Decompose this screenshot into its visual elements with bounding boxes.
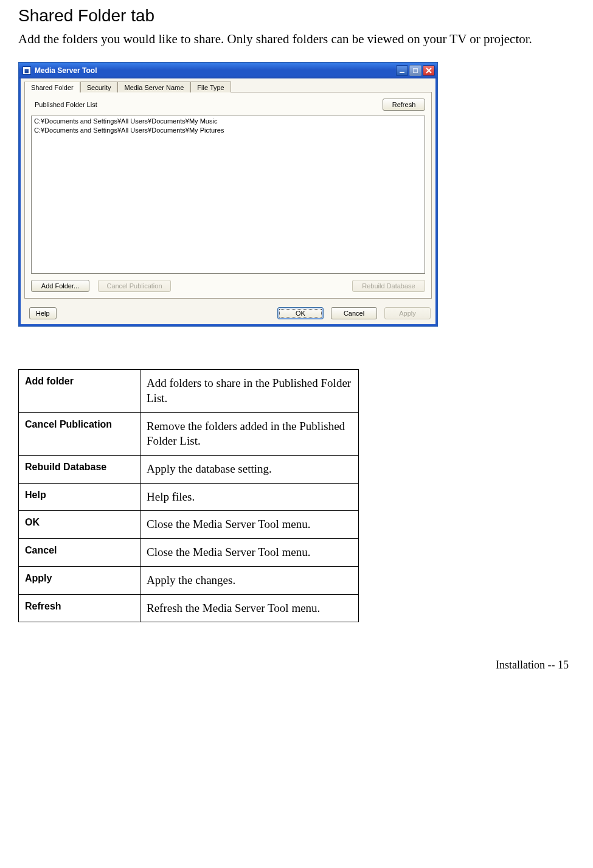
close-button[interactable] xyxy=(423,65,435,76)
app-icon: ▦ xyxy=(23,66,31,75)
table-row: Help Help files. xyxy=(19,483,359,511)
term-cell: Add folder xyxy=(19,370,140,412)
table-row: Rebuild Database Apply the database sett… xyxy=(19,456,359,484)
table-row: Cancel Publication Remove the folders ad… xyxy=(19,412,359,455)
term-cell: Apply xyxy=(19,566,140,594)
section-intro: Add the folders you would like to share.… xyxy=(18,30,575,47)
titlebar[interactable]: ▦ Media Server Tool xyxy=(19,63,437,78)
add-folder-button[interactable]: Add Folder... xyxy=(31,280,89,292)
desc-cell: Remove the folders added in the Publishe… xyxy=(140,412,359,455)
list-item[interactable]: C:¥Documents and Settings¥All Users¥Docu… xyxy=(34,126,422,134)
tab-security[interactable]: Security xyxy=(80,82,118,92)
refresh-button[interactable]: Refresh xyxy=(383,99,425,111)
desc-cell: Close the Media Server Tool menu. xyxy=(140,511,359,539)
table-row: OK Close the Media Server Tool menu. xyxy=(19,511,359,539)
cancel-publication-button: Cancel Publication xyxy=(98,280,171,292)
table-row: Cancel Close the Media Server Tool menu. xyxy=(19,539,359,567)
term-cell: Cancel xyxy=(19,539,140,567)
term-cell: Help xyxy=(19,483,140,511)
list-item[interactable]: C:¥Documents and Settings¥All Users¥Docu… xyxy=(34,117,422,125)
page-footer: Installation -- 15 xyxy=(18,659,575,684)
term-cell: Rebuild Database xyxy=(19,456,140,484)
tab-panel-shared-folder: Published Folder List Refresh C:¥Documen… xyxy=(24,92,432,299)
table-row: Apply Apply the changes. xyxy=(19,566,359,594)
tab-shared-folder[interactable]: Shared Folder xyxy=(24,82,80,92)
term-cell: Refresh xyxy=(19,594,140,622)
table-row: Add folder Add folders to share in the P… xyxy=(19,370,359,412)
table-row: Refresh Refresh the Media Server Tool me… xyxy=(19,594,359,622)
app-window: ▦ Media Server Tool Shared Folder Securi… xyxy=(18,62,438,327)
minimize-button[interactable] xyxy=(396,65,408,76)
cancel-button[interactable]: Cancel xyxy=(331,307,377,319)
published-folder-listbox[interactable]: C:¥Documents and Settings¥All Users¥Docu… xyxy=(31,116,425,274)
desc-cell: Close the Media Server Tool menu. xyxy=(140,539,359,567)
tab-strip: Shared Folder Security Media Server Name… xyxy=(24,81,432,92)
section-heading: Shared Folder tab xyxy=(18,6,575,26)
desc-cell: Help files. xyxy=(140,483,359,511)
ok-button[interactable]: OK xyxy=(277,307,324,319)
help-button[interactable]: Help xyxy=(29,307,57,319)
rebuild-database-button: Rebuild Database xyxy=(352,280,425,292)
desc-cell: Refresh the Media Server Tool menu. xyxy=(140,594,359,622)
definition-table: Add folder Add folders to share in the P… xyxy=(18,369,359,622)
tab-media-server-name[interactable]: Media Server Name xyxy=(117,82,190,92)
desc-cell: Apply the database setting. xyxy=(140,456,359,484)
term-cell: OK xyxy=(19,511,140,539)
maximize-button xyxy=(409,65,421,76)
published-folder-list-label: Published Folder List xyxy=(31,101,97,108)
tab-file-type[interactable]: File Type xyxy=(190,82,231,92)
window-title: Media Server Tool xyxy=(35,66,396,75)
desc-cell: Add folders to share in the Published Fo… xyxy=(140,370,359,412)
term-cell: Cancel Publication xyxy=(19,412,140,455)
desc-cell: Apply the changes. xyxy=(140,566,359,594)
apply-button: Apply xyxy=(384,307,431,319)
